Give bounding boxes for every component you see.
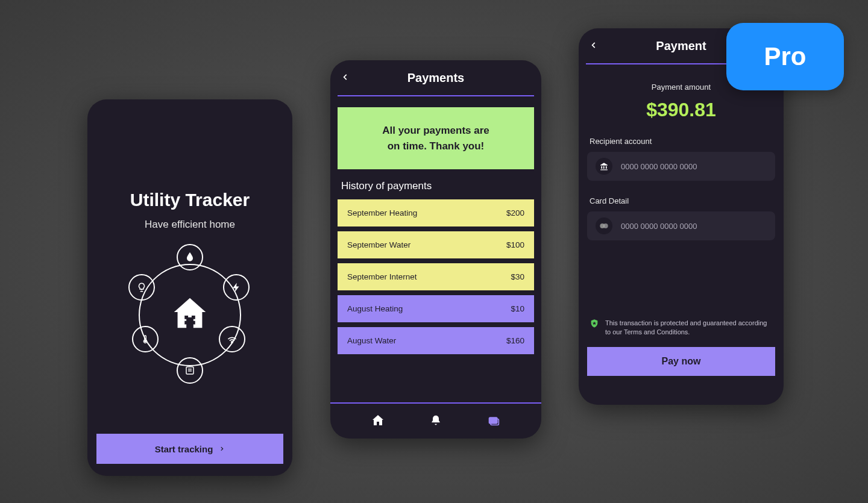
back-button[interactable] [590,39,598,53]
pro-label: Pro [764,42,806,71]
bottom-nav [330,402,541,439]
utility-diagram [124,249,256,381]
history-row-label: August Heating [347,304,403,313]
chevron-left-icon [590,39,598,51]
card-brand-icon [596,217,612,234]
payment-history-row[interactable]: August Heating$10 [338,295,534,322]
pay-now-button[interactable]: Pay now [587,347,775,376]
page-title: Payments [407,71,465,85]
svg-rect-0 [184,316,188,319]
nav-home-button[interactable] [371,413,385,430]
payment-icon [486,414,501,426]
app-subtitle: Have efficient home [87,219,292,231]
start-button-label: Start tracking [155,444,213,454]
page-title: Payment [656,39,706,53]
history-row-label: August Water [347,336,396,345]
payments-screen: Payments All your payments are on time. … [330,60,541,439]
card-detail-input[interactable]: 0000 0000 0000 0000 [587,211,775,240]
bulb-icon [128,274,155,301]
onboarding-screen: Utility Tracker Have efficient home Star… [87,99,292,476]
history-row-label: September Internet [347,272,417,281]
electricity-icon [223,274,250,301]
payment-history-row[interactable]: August Water$160 [338,327,534,354]
app-title: Utility Tracker [87,190,292,210]
pay-button-label: Pay now [662,356,701,367]
home-icon [371,413,385,428]
history-heading: History of payments [341,180,530,192]
wifi-icon [219,326,245,352]
history-row-amount: $200 [506,208,524,217]
appliance-icon [177,357,203,384]
back-button[interactable] [341,71,350,85]
payment-history-row[interactable]: September Heating$200 [338,199,534,227]
history-row-label: September Water [347,240,410,249]
payment-history-row[interactable]: September Water$100 [338,231,534,258]
divider [338,95,534,96]
pro-badge: Pro [726,23,844,90]
nav-payments-button[interactable] [486,414,501,428]
chevron-right-icon [219,445,225,453]
svg-rect-3 [192,321,195,325]
shield-icon [590,319,599,328]
svg-point-6 [145,340,146,342]
svg-rect-1 [192,316,195,319]
svg-rect-2 [184,321,188,325]
history-row-amount: $10 [511,304,524,313]
svg-point-4 [231,342,233,343]
house-icon [169,293,211,337]
svg-point-10 [603,223,608,228]
payment-amount-value: $390.81 [579,99,784,121]
protection-note: This transaction is protected and guaran… [590,319,773,337]
status-banner: All your payments are on time. Thank you… [338,107,534,169]
temperature-icon [132,326,159,352]
history-row-amount: $160 [506,336,524,345]
nav-notifications-button[interactable] [430,414,442,429]
card-placeholder: 0000 0000 0000 0000 [621,222,767,231]
history-row-amount: $100 [506,240,524,249]
bank-icon [596,158,612,175]
payments-header: Payments [330,60,541,95]
recipient-label: Recipient account [590,137,773,146]
history-row-label: September Heating [347,208,417,217]
chevron-left-icon [341,71,350,83]
start-tracking-button[interactable]: Start tracking [96,434,283,464]
recipient-placeholder: 0000 0000 0000 0000 [621,162,767,171]
water-icon [177,244,203,270]
bell-icon [430,414,442,427]
history-row-amount: $30 [511,272,524,281]
recipient-account-input[interactable]: 0000 0000 0000 0000 [587,152,775,181]
card-label: Card Detail [590,196,773,205]
payment-history-row[interactable]: September Internet$30 [338,263,534,290]
